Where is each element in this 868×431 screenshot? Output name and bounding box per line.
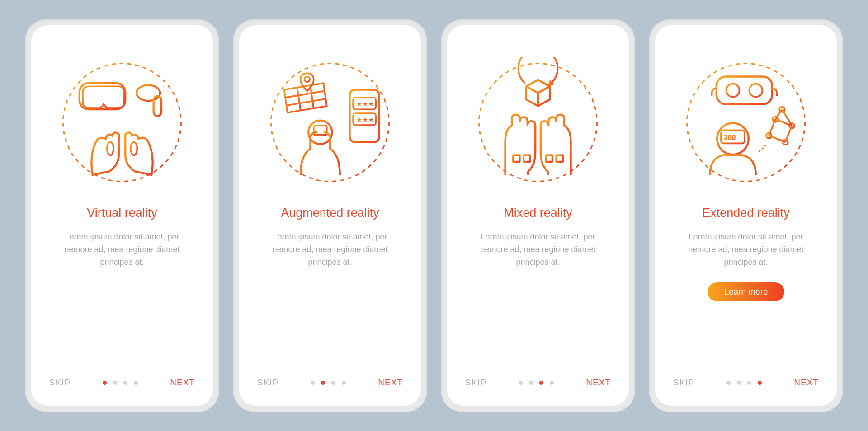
onboarding-footer: SKIP NEXT xyxy=(465,378,611,388)
svg-rect-18 xyxy=(314,126,327,135)
skip-button[interactable]: SKIP xyxy=(49,378,71,388)
ar-phone-map-icon: ★★★ ★★★ xyxy=(264,57,396,188)
vr-headset-hands-icon xyxy=(57,57,188,188)
svg-point-0 xyxy=(63,64,181,182)
next-button[interactable]: NEXT xyxy=(378,378,403,388)
svg-line-39 xyxy=(769,119,776,136)
next-button[interactable]: NEXT xyxy=(170,378,195,388)
svg-text:360: 360 xyxy=(724,134,736,141)
mr-gloves-cube-icon xyxy=(472,57,604,188)
dot xyxy=(539,381,543,385)
onboarding-footer: SKIP NEXT xyxy=(49,378,195,388)
onboarding-screen-ar: ★★★ ★★★ Augmented reality Lorem ipsum do… xyxy=(239,25,421,406)
screen-title: Augmented reality xyxy=(281,206,379,220)
onboarding-screen-xr: 360 Extended reali xyxy=(655,25,837,406)
page-indicator xyxy=(726,381,762,385)
screen-title: Extended reality xyxy=(702,206,790,220)
dot xyxy=(519,381,523,385)
svg-point-19 xyxy=(479,64,597,182)
svg-rect-21 xyxy=(524,155,530,162)
onboarding-footer: SKIP NEXT xyxy=(257,378,403,388)
svg-line-40 xyxy=(775,109,782,119)
svg-rect-23 xyxy=(557,155,563,162)
dot xyxy=(758,381,762,385)
dot xyxy=(331,381,335,385)
svg-line-9 xyxy=(285,91,325,98)
onboarding-screen-mr: Mixed reality Lorem ipsum dolor sit amet… xyxy=(447,25,629,406)
xr-person-network-icon: 360 xyxy=(680,57,811,188)
svg-point-27 xyxy=(749,84,762,97)
dot xyxy=(321,381,325,385)
svg-rect-22 xyxy=(546,155,552,162)
svg-point-17 xyxy=(308,121,332,144)
svg-point-2 xyxy=(137,85,160,101)
svg-line-38 xyxy=(769,136,785,142)
dot xyxy=(737,381,741,385)
svg-point-24 xyxy=(687,64,805,182)
screen-description: Lorem ipsum dolor sit amet, per nemore a… xyxy=(49,231,195,269)
onboarding-footer: SKIP NEXT xyxy=(673,378,819,388)
phone-frame: Virtual reality Lorem ipsum dolor sit am… xyxy=(25,19,219,412)
page-indicator xyxy=(519,381,554,385)
svg-point-4 xyxy=(107,142,114,155)
dot xyxy=(342,381,346,385)
skip-button[interactable]: SKIP xyxy=(465,378,486,388)
svg-line-10 xyxy=(287,99,326,106)
page-indicator xyxy=(311,381,346,385)
dot xyxy=(311,381,315,385)
screen-description: Lorem ipsum dolor sit amet, per nemore a… xyxy=(673,231,819,269)
phone-frame: Mixed reality Lorem ipsum dolor sit amet… xyxy=(441,19,635,412)
svg-text:★★★: ★★★ xyxy=(356,100,374,108)
page-indicator xyxy=(103,381,138,385)
dot xyxy=(529,381,533,385)
screen-title: Virtual reality xyxy=(87,206,157,220)
dot xyxy=(726,381,731,385)
next-button[interactable]: NEXT xyxy=(586,378,611,388)
learn-more-button[interactable]: Learn more xyxy=(708,282,784,301)
dot xyxy=(103,381,107,385)
skip-button[interactable]: SKIP xyxy=(257,378,278,388)
dot xyxy=(113,381,117,385)
next-button[interactable]: NEXT xyxy=(794,378,819,388)
dot xyxy=(134,381,138,385)
svg-point-26 xyxy=(726,84,740,97)
phone-frame: 360 Extended reali xyxy=(649,19,843,412)
svg-text:★★★: ★★★ xyxy=(356,116,374,123)
dot xyxy=(123,381,127,385)
svg-rect-25 xyxy=(717,77,772,104)
svg-line-7 xyxy=(297,88,301,111)
screen-description: Lorem ipsum dolor sit amet, per nemore a… xyxy=(257,231,403,269)
dot xyxy=(747,381,751,385)
onboarding-screen-vr: Virtual reality Lorem ipsum dolor sit am… xyxy=(31,25,213,406)
dot xyxy=(550,381,554,385)
skip-button[interactable]: SKIP xyxy=(673,378,694,388)
screen-description: Lorem ipsum dolor sit amet, per nemore a… xyxy=(465,231,611,269)
phone-frame: ★★★ ★★★ Augmented reality Lorem ipsum do… xyxy=(233,19,427,412)
svg-point-5 xyxy=(131,142,137,155)
svg-point-11 xyxy=(304,77,310,82)
svg-line-8 xyxy=(311,86,314,109)
svg-line-37 xyxy=(785,126,792,142)
screen-title: Mixed reality xyxy=(504,206,572,220)
svg-rect-20 xyxy=(513,155,520,162)
